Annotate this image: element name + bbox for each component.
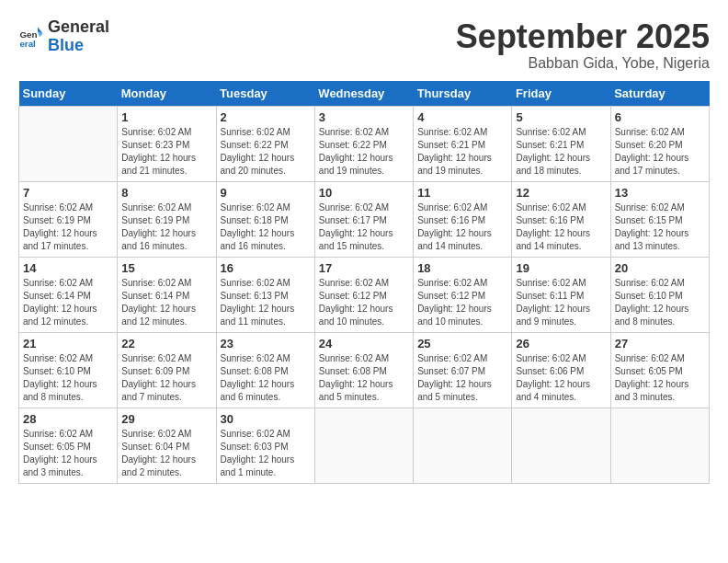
day-number: 13: [615, 186, 705, 200]
day-info: Sunrise: 6:02 AM Sunset: 6:06 PM Dayligh…: [516, 352, 606, 404]
day-info: Sunrise: 6:02 AM Sunset: 6:16 PM Dayligh…: [516, 201, 606, 253]
day-info: Sunrise: 6:02 AM Sunset: 6:19 PM Dayligh…: [23, 201, 113, 253]
header-cell-friday: Friday: [512, 81, 610, 107]
day-cell: 30Sunrise: 6:02 AM Sunset: 6:03 PM Dayli…: [216, 408, 314, 483]
day-cell: 21Sunrise: 6:02 AM Sunset: 6:10 PM Dayli…: [19, 332, 118, 408]
day-number: 22: [121, 337, 211, 350]
day-info: Sunrise: 6:02 AM Sunset: 6:03 PM Dayligh…: [221, 428, 311, 479]
day-number: 29: [121, 412, 211, 426]
day-cell: 2Sunrise: 6:02 AM Sunset: 6:22 PM Daylig…: [216, 106, 314, 181]
day-info: Sunrise: 6:02 AM Sunset: 6:12 PM Dayligh…: [319, 277, 409, 328]
calendar-body: 1Sunrise: 6:02 AM Sunset: 6:23 PM Daylig…: [19, 106, 710, 483]
month-title: September 2025: [456, 18, 710, 55]
day-number: 9: [221, 186, 311, 200]
day-cell: 17Sunrise: 6:02 AM Sunset: 6:12 PM Dayli…: [314, 257, 413, 332]
day-cell: 25Sunrise: 6:02 AM Sunset: 6:07 PM Dayli…: [414, 332, 512, 408]
day-number: 16: [221, 261, 311, 275]
logo-icon: Gen eral: [18, 24, 44, 50]
day-cell: 15Sunrise: 6:02 AM Sunset: 6:14 PM Dayli…: [118, 257, 216, 332]
day-cell: 11Sunrise: 6:02 AM Sunset: 6:16 PM Dayli…: [414, 181, 512, 257]
day-cell: 29Sunrise: 6:02 AM Sunset: 6:04 PM Dayli…: [118, 408, 216, 483]
header-cell-tuesday: Tuesday: [216, 81, 314, 107]
location-subtitle: Babban Gida, Yobe, Nigeria: [456, 55, 710, 72]
day-number: 19: [516, 261, 606, 275]
day-cell: 10Sunrise: 6:02 AM Sunset: 6:17 PM Dayli…: [314, 181, 413, 257]
day-number: 2: [221, 110, 311, 124]
day-number: 6: [615, 110, 705, 124]
day-info: Sunrise: 6:02 AM Sunset: 6:09 PM Dayligh…: [121, 352, 211, 404]
day-number: 8: [121, 186, 211, 200]
day-cell: 19Sunrise: 6:02 AM Sunset: 6:11 PM Dayli…: [512, 257, 610, 332]
day-cell: 13Sunrise: 6:02 AM Sunset: 6:15 PM Dayli…: [610, 181, 709, 257]
day-info: Sunrise: 6:02 AM Sunset: 6:21 PM Dayligh…: [417, 126, 507, 178]
day-cell: [414, 408, 512, 483]
day-cell: [19, 106, 118, 181]
day-number: 24: [319, 337, 409, 350]
day-info: Sunrise: 6:02 AM Sunset: 6:08 PM Dayligh…: [319, 352, 409, 404]
day-info: Sunrise: 6:02 AM Sunset: 6:22 PM Dayligh…: [319, 126, 409, 178]
day-cell: 26Sunrise: 6:02 AM Sunset: 6:06 PM Dayli…: [512, 332, 610, 408]
day-cell: 22Sunrise: 6:02 AM Sunset: 6:09 PM Dayli…: [118, 332, 216, 408]
day-cell: 9Sunrise: 6:02 AM Sunset: 6:18 PM Daylig…: [216, 181, 314, 257]
header-cell-monday: Monday: [118, 81, 216, 107]
day-cell: 23Sunrise: 6:02 AM Sunset: 6:08 PM Dayli…: [216, 332, 314, 408]
day-cell: 4Sunrise: 6:02 AM Sunset: 6:21 PM Daylig…: [414, 106, 512, 181]
logo-text: General Blue: [48, 18, 109, 55]
week-row-5: 28Sunrise: 6:02 AM Sunset: 6:05 PM Dayli…: [19, 408, 710, 483]
day-number: 18: [417, 261, 507, 275]
day-info: Sunrise: 6:02 AM Sunset: 6:21 PM Dayligh…: [516, 126, 606, 178]
day-info: Sunrise: 6:02 AM Sunset: 6:12 PM Dayligh…: [417, 277, 507, 328]
day-number: 4: [417, 110, 507, 124]
day-info: Sunrise: 6:02 AM Sunset: 6:10 PM Dayligh…: [615, 277, 705, 328]
day-cell: [314, 408, 413, 483]
day-info: Sunrise: 6:02 AM Sunset: 6:10 PM Dayligh…: [23, 352, 113, 404]
day-number: 17: [319, 261, 409, 275]
week-row-1: 1Sunrise: 6:02 AM Sunset: 6:23 PM Daylig…: [19, 106, 710, 181]
day-number: 5: [516, 110, 606, 124]
day-info: Sunrise: 6:02 AM Sunset: 6:19 PM Dayligh…: [121, 201, 211, 253]
calendar-table: SundayMondayTuesdayWednesdayThursdayFrid…: [18, 81, 710, 484]
header-cell-wednesday: Wednesday: [314, 81, 413, 107]
day-cell: 18Sunrise: 6:02 AM Sunset: 6:12 PM Dayli…: [414, 257, 512, 332]
header-cell-saturday: Saturday: [610, 81, 709, 107]
day-number: 10: [319, 186, 409, 200]
day-info: Sunrise: 6:02 AM Sunset: 6:14 PM Dayligh…: [23, 277, 113, 328]
day-number: 30: [221, 412, 311, 426]
header-cell-sunday: Sunday: [19, 81, 118, 107]
day-info: Sunrise: 6:02 AM Sunset: 6:16 PM Dayligh…: [417, 201, 507, 253]
day-cell: 7Sunrise: 6:02 AM Sunset: 6:19 PM Daylig…: [19, 181, 118, 257]
day-info: Sunrise: 6:02 AM Sunset: 6:13 PM Dayligh…: [221, 277, 311, 328]
day-info: Sunrise: 6:02 AM Sunset: 6:04 PM Dayligh…: [121, 428, 211, 479]
day-info: Sunrise: 6:02 AM Sunset: 6:05 PM Dayligh…: [23, 428, 113, 479]
day-number: 23: [221, 337, 311, 350]
day-cell: 8Sunrise: 6:02 AM Sunset: 6:19 PM Daylig…: [118, 181, 216, 257]
day-cell: 12Sunrise: 6:02 AM Sunset: 6:16 PM Dayli…: [512, 181, 610, 257]
day-info: Sunrise: 6:02 AM Sunset: 6:20 PM Dayligh…: [615, 126, 705, 178]
day-cell: 27Sunrise: 6:02 AM Sunset: 6:05 PM Dayli…: [610, 332, 709, 408]
day-info: Sunrise: 6:02 AM Sunset: 6:14 PM Dayligh…: [121, 277, 211, 328]
day-number: 27: [615, 337, 705, 350]
day-cell: [610, 408, 709, 483]
day-cell: 28Sunrise: 6:02 AM Sunset: 6:05 PM Dayli…: [19, 408, 118, 483]
week-row-4: 21Sunrise: 6:02 AM Sunset: 6:10 PM Dayli…: [19, 332, 710, 408]
day-number: 7: [23, 186, 113, 200]
week-row-2: 7Sunrise: 6:02 AM Sunset: 6:19 PM Daylig…: [19, 181, 710, 257]
page-header: Gen eral General Blue September 2025 Bab…: [18, 18, 710, 72]
day-cell: [512, 408, 610, 483]
day-number: 28: [23, 412, 113, 426]
header-cell-thursday: Thursday: [414, 81, 512, 107]
day-number: 21: [23, 337, 113, 350]
day-info: Sunrise: 6:02 AM Sunset: 6:11 PM Dayligh…: [516, 277, 606, 328]
day-cell: 16Sunrise: 6:02 AM Sunset: 6:13 PM Dayli…: [216, 257, 314, 332]
day-number: 15: [121, 261, 211, 275]
day-info: Sunrise: 6:02 AM Sunset: 6:23 PM Dayligh…: [121, 126, 211, 178]
day-cell: 20Sunrise: 6:02 AM Sunset: 6:10 PM Dayli…: [610, 257, 709, 332]
day-number: 11: [417, 186, 507, 200]
day-cell: 1Sunrise: 6:02 AM Sunset: 6:23 PM Daylig…: [118, 106, 216, 181]
day-info: Sunrise: 6:02 AM Sunset: 6:08 PM Dayligh…: [221, 352, 311, 404]
day-number: 12: [516, 186, 606, 200]
week-row-3: 14Sunrise: 6:02 AM Sunset: 6:14 PM Dayli…: [19, 257, 710, 332]
day-cell: 14Sunrise: 6:02 AM Sunset: 6:14 PM Dayli…: [19, 257, 118, 332]
day-number: 26: [516, 337, 606, 350]
day-number: 20: [615, 261, 705, 275]
